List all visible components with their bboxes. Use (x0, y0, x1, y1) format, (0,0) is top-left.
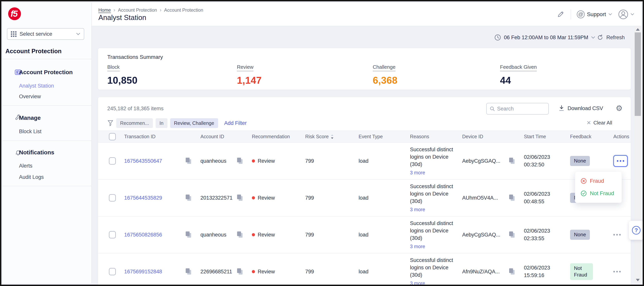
copy-icon[interactable] (186, 231, 192, 238)
filter-operator-chip[interactable]: In (156, 118, 168, 128)
row-actions-button[interactable] (613, 234, 621, 235)
scroll-up-arrow-icon[interactable] (636, 28, 640, 31)
service-selector[interactable]: Select service (7, 28, 84, 40)
sidebar-item-overview[interactable]: Overview (19, 94, 41, 100)
download-icon (558, 105, 565, 112)
support-icon: @ (577, 11, 585, 18)
help-button[interactable]: ? (629, 221, 644, 240)
sidebar-item-alerts[interactable]: Alerts (19, 163, 32, 169)
select-all-checkbox[interactable] (109, 133, 116, 140)
divider (571, 9, 571, 20)
risk-score: 799 (301, 232, 355, 238)
user-menu[interactable] (618, 9, 634, 20)
more-reasons-link[interactable]: 3 more (410, 206, 456, 213)
chevron-down-icon (630, 13, 634, 16)
more-reasons-link[interactable]: 3 more (410, 243, 456, 250)
nav-section-label: Account Protection (19, 69, 73, 76)
recommendation: Review (258, 158, 275, 164)
date-range-picker[interactable]: 06 Feb 12:00AM to 08 Mar 11:59PM (494, 33, 595, 42)
row-checkbox[interactable] (109, 157, 116, 165)
topbar-actions: @ Support (556, 3, 634, 26)
more-reasons-link[interactable]: 3 more (410, 280, 456, 286)
row-checkbox[interactable] (109, 268, 116, 275)
row-actions-button[interactable] (613, 155, 628, 167)
transaction-id-link[interactable]: 1675650826856 (124, 232, 162, 238)
nav-section-label: Notifications (19, 149, 54, 156)
table-header-row: Transaction ID Account ID Recommendation… (98, 130, 631, 143)
row-actions-menu: Fraud Not Fraud (575, 171, 622, 203)
f5-logo-text: f5 (10, 9, 17, 19)
topbar: Home › Account Protection › Account Prot… (92, 3, 641, 26)
nav-section-account-protection[interactable]: Account Protection (3, 66, 92, 78)
clear-all-button[interactable]: ✕ Clear All (586, 120, 612, 126)
row-actions-button[interactable] (613, 271, 621, 272)
f5-logo[interactable]: f5 (8, 7, 21, 20)
support-menu[interactable]: @ Support (577, 11, 612, 18)
sidebar-item-audit-logs[interactable]: Audit Logs (19, 174, 44, 180)
stat-label[interactable]: Feedback Given (500, 64, 537, 71)
clear-x-icon: ✕ (586, 120, 591, 126)
menu-item-fraud[interactable]: Fraud (575, 175, 622, 187)
col-reasons: Reasons (406, 134, 458, 139)
search-box[interactable] (486, 103, 549, 115)
copy-icon[interactable] (509, 268, 515, 275)
reason-text: Successful distinct logins on Device (30… (410, 220, 453, 241)
transaction-id-link[interactable]: 1675644535829 (124, 195, 162, 201)
col-feedback: Feedback (566, 134, 610, 139)
vertical-scrollbar[interactable] (634, 26, 641, 283)
copy-icon[interactable] (509, 195, 515, 201)
copy-icon[interactable] (237, 195, 243, 201)
start-time: 15:59:16 (524, 272, 544, 278)
copy-icon[interactable] (237, 158, 243, 164)
transaction-id-link[interactable]: 1675643550647 (124, 158, 162, 164)
device-id: AebyCgSGAQ... (462, 158, 500, 164)
row-checkbox[interactable] (109, 194, 116, 201)
clock-icon (494, 34, 501, 41)
scroll-down-arrow-icon[interactable] (636, 279, 640, 281)
not-fraud-check-circle-icon (580, 190, 587, 196)
col-risk-score[interactable]: Risk Score (301, 134, 355, 139)
transaction-id-link[interactable]: 1675699152848 (124, 269, 162, 275)
menu-item-not-fraud[interactable]: Not Fraud (575, 187, 622, 200)
copy-icon[interactable] (186, 268, 192, 275)
row-checkbox[interactable] (109, 231, 116, 238)
start-date: 02/06/2023 (524, 191, 550, 197)
nav-section-manage[interactable]: Manage (3, 112, 92, 124)
breadcrumb-home-link[interactable]: Home (98, 7, 111, 13)
nav-section-notifications[interactable]: Notifications (3, 147, 92, 158)
col-actions: Actions (610, 134, 631, 139)
account-protection-icon (8, 69, 16, 76)
clear-all-label: Clear All (593, 120, 612, 126)
scrollbar-thumb[interactable] (635, 33, 641, 116)
add-filter-button[interactable]: Add Filter (224, 120, 247, 126)
device-id: AUhmO5V4A... (462, 195, 498, 201)
refresh-button[interactable]: Refresh (597, 33, 625, 42)
sidebar-item-analyst-station[interactable]: Analyst Station (19, 83, 54, 89)
copy-icon[interactable] (186, 158, 192, 164)
sidebar-item-block-list[interactable]: Block List (19, 129, 42, 135)
stat-label[interactable]: Challenge (373, 64, 396, 71)
divider (3, 141, 92, 141)
stat-label[interactable]: Block (107, 64, 120, 71)
download-csv-button[interactable]: Download CSV (558, 105, 603, 112)
review-status-dot (252, 159, 255, 162)
copy-icon[interactable] (509, 158, 515, 164)
transactions-table: Transaction ID Account ID Recommendation… (98, 130, 631, 286)
table-settings-gear-icon[interactable]: ⚙ (616, 104, 623, 113)
filter-value-chip[interactable]: Review, Challenge (170, 118, 218, 128)
col-transaction-id: Transaction ID (120, 134, 196, 139)
bell-icon (8, 149, 16, 156)
filter-field-chip[interactable]: Recommen... (116, 118, 153, 128)
event-type: load (355, 232, 406, 238)
chevron-down-icon (608, 13, 612, 16)
event-type: load (355, 158, 406, 164)
copy-icon[interactable] (237, 268, 243, 275)
stat-label[interactable]: Review (237, 64, 254, 71)
copy-icon[interactable] (186, 195, 192, 201)
search-input[interactable] (497, 106, 545, 112)
more-reasons-link[interactable]: 3 more (410, 169, 456, 176)
copy-icon[interactable] (237, 231, 243, 238)
edit-pencil-icon[interactable] (556, 10, 565, 19)
breadcrumb-crumb[interactable]: Account Protection (118, 7, 157, 13)
copy-icon[interactable] (509, 231, 515, 238)
